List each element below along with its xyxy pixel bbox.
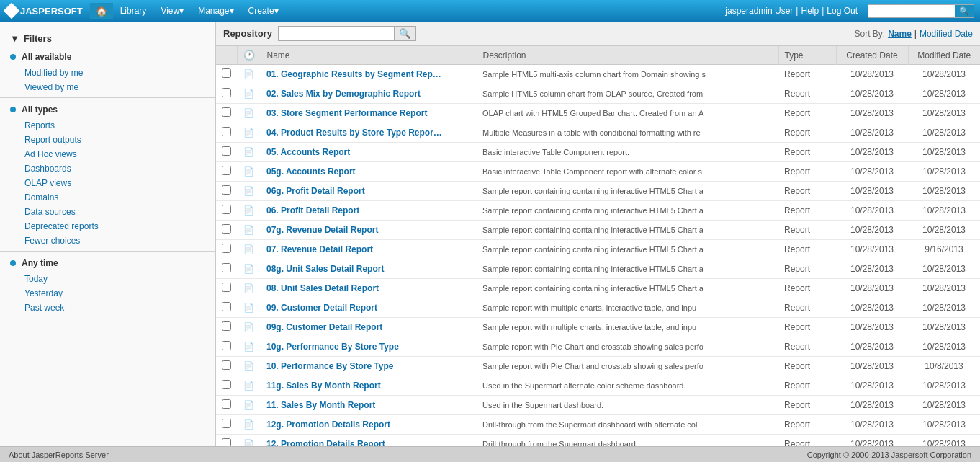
nav-help[interactable]: Help bbox=[801, 6, 819, 16]
types-all[interactable]: All types bbox=[0, 101, 215, 118]
row-checkbox[interactable] bbox=[222, 438, 231, 446]
report-name-link[interactable]: 01. Geographic Results by Segment Rep… bbox=[266, 69, 441, 79]
time-yesterday[interactable]: Yesterday bbox=[0, 286, 215, 301]
repo-search-input[interactable] bbox=[279, 28, 394, 40]
type-dashboards[interactable]: Dashboards bbox=[0, 161, 215, 176]
row-checkbox-cell[interactable] bbox=[216, 357, 237, 376]
row-checkbox[interactable] bbox=[222, 224, 231, 234]
report-name-link[interactable]: 07g. Revenue Detail Report bbox=[266, 225, 378, 235]
sort-label: Sort By: bbox=[854, 29, 885, 39]
row-checkbox[interactable] bbox=[222, 244, 231, 253]
row-checkbox[interactable] bbox=[222, 380, 231, 389]
repo-search-button[interactable]: 🔍 bbox=[394, 27, 415, 40]
report-name-link[interactable]: 11. Sales By Month Report bbox=[266, 400, 375, 410]
row-checkbox[interactable] bbox=[222, 205, 231, 214]
row-checkbox[interactable] bbox=[222, 283, 231, 292]
row-checkbox-cell[interactable] bbox=[216, 415, 237, 435]
availability-all[interactable]: All available bbox=[0, 48, 215, 66]
type-datasources[interactable]: Data sources bbox=[0, 205, 215, 219]
row-checkbox-cell[interactable] bbox=[216, 279, 237, 298]
row-checkbox-cell[interactable] bbox=[216, 84, 237, 104]
row-checkbox-cell[interactable] bbox=[216, 123, 237, 143]
nav-library[interactable]: Library bbox=[113, 3, 154, 19]
row-checkbox-cell[interactable] bbox=[216, 240, 237, 259]
report-name-link[interactable]: 04. Product Results by Store Type Repor… bbox=[266, 128, 442, 138]
type-report-outputs[interactable]: Report outputs bbox=[0, 133, 215, 147]
home-nav-item[interactable]: 🏠 bbox=[90, 3, 113, 19]
sort-modified[interactable]: Modified Date bbox=[920, 29, 973, 39]
report-name-link[interactable]: 10g. Performance By Store Type bbox=[266, 342, 399, 352]
report-name-link[interactable]: 02. Sales Mix by Demographic Report bbox=[266, 89, 421, 99]
type-adhoc[interactable]: Ad Hoc views bbox=[0, 147, 215, 161]
row-checkbox[interactable] bbox=[222, 146, 231, 156]
time-pastweek[interactable]: Past week bbox=[0, 301, 215, 315]
row-checkbox[interactable] bbox=[222, 341, 231, 350]
report-name-link[interactable]: 06. Profit Detail Report bbox=[266, 205, 359, 216]
report-name-link[interactable]: 09g. Customer Detail Report bbox=[266, 322, 382, 332]
row-checkbox-cell[interactable] bbox=[216, 337, 237, 357]
nav-search[interactable]: 🔍 bbox=[868, 4, 974, 18]
table-row: 📄 05. Accounts Report Basic interactive … bbox=[216, 143, 980, 162]
report-name-link[interactable]: 12g. Promotion Details Report bbox=[266, 419, 390, 430]
nav-manage[interactable]: Manage▾ bbox=[191, 3, 240, 19]
fewer-choices[interactable]: Fewer choices bbox=[0, 234, 215, 248]
report-name-link[interactable]: 08g. Unit Sales Detail Report bbox=[266, 264, 384, 274]
row-checkbox-cell[interactable] bbox=[216, 376, 237, 396]
repo-search-box[interactable]: 🔍 bbox=[278, 26, 416, 41]
row-checkbox-cell[interactable] bbox=[216, 143, 237, 162]
row-checkbox[interactable] bbox=[222, 360, 231, 370]
report-name-link[interactable]: 03. Store Segment Performance Report bbox=[266, 108, 427, 118]
report-name-link[interactable]: 08. Unit Sales Detail Report bbox=[266, 283, 379, 293]
nav-search-button[interactable]: 🔍 bbox=[955, 5, 974, 17]
row-created-cell: 10/28/2013 bbox=[836, 318, 908, 337]
row-checkbox-cell[interactable] bbox=[216, 201, 237, 221]
nav-create[interactable]: Create▾ bbox=[241, 3, 286, 19]
type-olap[interactable]: OLAP views bbox=[0, 176, 215, 190]
type-deprecated[interactable]: Deprecated reports bbox=[0, 219, 215, 234]
row-checkbox[interactable] bbox=[222, 321, 231, 331]
availability-viewed[interactable]: Viewed by me bbox=[0, 80, 215, 94]
nav-search-input[interactable] bbox=[868, 5, 955, 17]
row-checkbox-cell[interactable] bbox=[216, 435, 237, 447]
row-checkbox-cell[interactable] bbox=[216, 396, 237, 415]
footer-left[interactable]: About JasperReports Server bbox=[9, 450, 109, 459]
type-reports[interactable]: Reports bbox=[0, 118, 215, 133]
type-domains[interactable]: Domains bbox=[0, 190, 215, 205]
row-checkbox-cell[interactable] bbox=[216, 65, 237, 84]
time-any[interactable]: Any time bbox=[0, 254, 215, 272]
row-checkbox[interactable] bbox=[222, 399, 231, 409]
row-checkbox[interactable] bbox=[222, 107, 231, 117]
sidebar: ▼ Filters All available Modified by me V… bbox=[0, 22, 216, 446]
row-checkbox-cell[interactable] bbox=[216, 104, 237, 123]
row-checkbox-cell[interactable] bbox=[216, 259, 237, 279]
row-type-cell: Report bbox=[778, 376, 836, 396]
report-description: Sample report with multiple charts, inte… bbox=[482, 303, 696, 312]
row-checkbox-cell[interactable] bbox=[216, 298, 237, 318]
row-checkbox[interactable] bbox=[222, 88, 231, 97]
report-name-link[interactable]: 12. Promotion Details Report bbox=[266, 439, 385, 446]
report-name-link[interactable]: 10. Performance By Store Type bbox=[266, 361, 394, 371]
report-name-link[interactable]: 07. Revenue Detail Report bbox=[266, 244, 373, 254]
row-checkbox-cell[interactable] bbox=[216, 221, 237, 240]
report-name-link[interactable]: 09. Customer Detail Report bbox=[266, 303, 377, 313]
row-checkbox-cell[interactable] bbox=[216, 162, 237, 182]
time-today[interactable]: Today bbox=[0, 272, 215, 286]
report-name-link[interactable]: 05g. Accounts Report bbox=[266, 166, 356, 177]
row-checkbox[interactable] bbox=[222, 263, 231, 272]
report-name-link[interactable]: 11g. Sales By Month Report bbox=[266, 381, 381, 391]
nav-logout[interactable]: Log Out bbox=[827, 6, 858, 16]
row-checkbox-cell[interactable] bbox=[216, 318, 237, 337]
availability-modified[interactable]: Modified by me bbox=[0, 66, 215, 80]
report-name-link[interactable]: 05. Accounts Report bbox=[266, 147, 350, 157]
row-checkbox[interactable] bbox=[222, 185, 231, 195]
row-checkbox[interactable] bbox=[222, 127, 231, 136]
row-checkbox[interactable] bbox=[222, 166, 231, 175]
report-name-link[interactable]: 06g. Profit Detail Report bbox=[266, 186, 365, 196]
sort-name[interactable]: Name bbox=[888, 29, 912, 39]
row-checkbox[interactable] bbox=[222, 302, 231, 311]
row-checkbox[interactable] bbox=[222, 68, 231, 78]
nav-view[interactable]: View▾ bbox=[153, 3, 191, 19]
row-checkbox[interactable] bbox=[222, 419, 231, 428]
row-icon-cell: 📄 bbox=[237, 182, 261, 201]
row-checkbox-cell[interactable] bbox=[216, 182, 237, 201]
